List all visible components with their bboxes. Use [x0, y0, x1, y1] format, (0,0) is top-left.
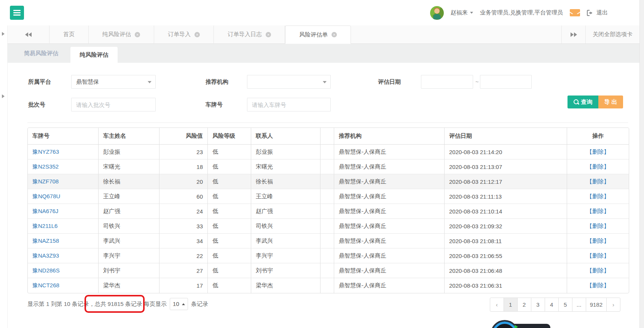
delete-link[interactable]: 【删除】: [587, 252, 609, 259]
spacer-cell: [320, 219, 334, 234]
batch-input[interactable]: [72, 98, 155, 111]
pager: ‹12345...9182›: [490, 298, 620, 312]
mail-icon[interactable]: [570, 9, 580, 16]
plate-link[interactable]: 豫NYZ763: [32, 148, 59, 155]
pager-page-button[interactable]: 2: [517, 298, 531, 312]
tabstrip-right: 关闭全部选项卡: [561, 25, 639, 43]
agency-select[interactable]: [247, 75, 331, 89]
delete-link[interactable]: 【删除】: [587, 163, 609, 170]
page-size-select[interactable]: 10: [170, 298, 188, 310]
delete-link[interactable]: 【删除】: [587, 267, 609, 274]
pager-page-button[interactable]: 9182: [586, 298, 607, 312]
pagination-total-text: 总共 91815 条记录: [95, 297, 142, 311]
table-row: 豫NYZ763彭业振23低彭业振鼎智慧保-人保商丘2020-08-03 21:1…: [28, 145, 629, 159]
export-button[interactable]: 导 出: [598, 96, 623, 108]
scrollbar[interactable]: [639, 0, 644, 328]
user-name: 赵福来: [451, 9, 468, 16]
tab-item[interactable]: 订单导入×: [154, 25, 214, 43]
plate-link[interactable]: 豫NA3Z93: [32, 252, 59, 259]
delete-link[interactable]: 【删除】: [587, 237, 609, 244]
tab-close-icon[interactable]: ×: [194, 32, 200, 37]
caret-up-icon: [182, 303, 185, 305]
risk-value-cell: 17: [159, 278, 208, 293]
subtab-item[interactable]: 纯风险评估: [70, 47, 118, 63]
platform-select-value: 鼎智慧保: [76, 78, 99, 86]
logout-button[interactable]: 退出: [587, 9, 608, 16]
close-all-tabs-button[interactable]: 关闭全部选项卡: [586, 25, 639, 43]
date-to-input[interactable]: [480, 75, 531, 88]
page-size-value: 10: [173, 297, 179, 311]
table-row: 豫NA676J赵广强24低赵广强鼎智慧保-人保商丘2020-08-03 21:1…: [28, 204, 629, 219]
tab-close-icon[interactable]: ×: [135, 32, 140, 37]
plate-cell: 豫NA676J: [28, 204, 99, 219]
risk-value-cell: 27: [159, 263, 208, 278]
tab-close-icon[interactable]: ×: [332, 32, 337, 37]
pager-page-button[interactable]: 3: [531, 298, 545, 312]
pager-next-button[interactable]: ›: [606, 298, 620, 312]
plate-link[interactable]: 豫NCT268: [32, 282, 59, 288]
date-cell: 2020-08-03 21:11:13: [445, 189, 567, 204]
plate-link[interactable]: 豫N211L6: [32, 223, 57, 229]
tab-item[interactable]: 纯风险评估×: [89, 25, 154, 43]
risk-level-cell: 低: [208, 189, 251, 204]
user-menu[interactable]: 赵福来: [451, 9, 473, 16]
menu-toggle-button[interactable]: [10, 6, 24, 20]
delete-link[interactable]: 【删除】: [587, 148, 609, 155]
tab-label: 订单导入: [168, 31, 191, 38]
risk-level-cell: 低: [208, 234, 251, 248]
plate-input[interactable]: [247, 98, 330, 111]
plate-link[interactable]: 豫NZF708: [32, 178, 59, 185]
spacer-cell: [320, 189, 334, 204]
double-right-arrow-icon: [571, 32, 577, 37]
date-from-input[interactable]: [421, 75, 473, 88]
column-header: 风险值: [159, 128, 208, 145]
column-header: [320, 128, 334, 145]
agency-cell: 鼎智慧保-人保商丘: [334, 145, 445, 159]
platform-select[interactable]: 鼎智慧保: [71, 75, 156, 89]
pager-page-button[interactable]: 1: [504, 298, 518, 312]
subtab-item[interactable]: 简易风险评估: [24, 50, 58, 57]
risk-value-cell: 60: [159, 189, 208, 204]
tabs-scroll-right-button[interactable]: [561, 25, 586, 43]
tab-label: 首页: [63, 31, 75, 38]
batch-label: 批次号: [28, 98, 45, 111]
avatar[interactable]: [430, 6, 444, 20]
pager-page-button[interactable]: 4: [545, 298, 559, 312]
tab-close-icon[interactable]: ×: [266, 32, 271, 37]
pagination-range-text: 显示第 1 到第 10 条记录，: [27, 297, 95, 311]
plate-link[interactable]: 豫ND286S: [32, 267, 60, 274]
date-range-separator: ~: [475, 75, 479, 89]
spacer-cell: [320, 234, 334, 248]
play-icon: [515, 325, 518, 328]
pager-prev-button[interactable]: ‹: [490, 298, 504, 312]
rail-expand-icon-top[interactable]: [2, 32, 5, 36]
tabs-scroll-left-button[interactable]: [8, 25, 49, 43]
actions-cell: 【删除】: [567, 174, 629, 189]
delete-link[interactable]: 【删除】: [587, 178, 609, 185]
plate-link[interactable]: 豫NAZ158: [32, 237, 59, 244]
sign-out-icon: [587, 10, 593, 16]
search-button[interactable]: 查询: [567, 96, 598, 108]
tab-item[interactable]: 首页: [49, 25, 89, 43]
delete-link[interactable]: 【删除】: [587, 193, 609, 199]
delete-link[interactable]: 【删除】: [587, 208, 609, 214]
rail-expand-icon-bottom[interactable]: [2, 94, 5, 98]
plate-link[interactable]: 豫NQ678U: [32, 193, 60, 199]
spacer-cell: [320, 159, 334, 174]
actions-cell: 【删除】: [567, 263, 629, 278]
delete-link[interactable]: 【删除】: [587, 223, 609, 229]
tab-item[interactable]: 风险评估单×: [285, 25, 351, 44]
date-cell: 2020-08-03 21:06:55: [445, 248, 567, 263]
plate-link[interactable]: 豫NA676J: [32, 208, 58, 214]
delete-link[interactable]: 【删除】: [587, 282, 609, 288]
plate-link[interactable]: 豫N2S352: [32, 163, 59, 170]
pager-page-button[interactable]: 5: [558, 298, 572, 312]
agency-cell: 鼎智慧保-人保商丘: [334, 159, 445, 174]
tab-item[interactable]: 订单导入日志×: [214, 25, 285, 43]
platform-label: 所属平台: [28, 75, 51, 89]
table-row: 豫NZF708徐长福20低徐长福鼎智慧保-人保商丘2020-08-03 21:1…: [28, 174, 629, 189]
spacer-cell: [320, 145, 334, 159]
actions-cell: 【删除】: [567, 145, 629, 159]
page-size-label: 每页显示: [144, 297, 167, 311]
risk-value-cell: 20: [159, 174, 208, 189]
